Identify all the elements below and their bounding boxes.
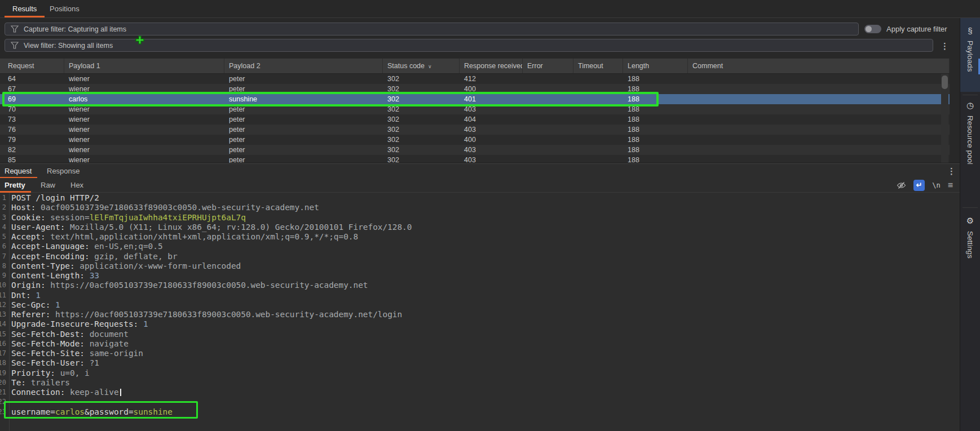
tab-hex[interactable]: Hex — [70, 178, 83, 192]
table-cell — [523, 145, 573, 155]
table-cell: 188 — [623, 74, 688, 84]
table-cell: 188 — [623, 155, 688, 163]
line-endings-icon[interactable]: \n — [932, 181, 940, 189]
sort-direction-icon: ∨ — [428, 64, 432, 69]
request-editor[interactable]: 1POST /login HTTP/22Host: 0acf005103739e… — [0, 193, 960, 431]
table-cell: 73 — [0, 114, 64, 125]
table-scrollbar-thumb[interactable] — [942, 75, 948, 89]
tab-raw[interactable]: Raw — [41, 178, 55, 192]
table-cell — [573, 104, 623, 114]
dock-tab-resource-pool[interactable]: ◷ Resource pool — [960, 92, 980, 207]
request-line: 19Priority: u=0, i — [0, 368, 960, 378]
table-cell: 188 — [623, 145, 688, 155]
table-cell — [688, 114, 950, 125]
column-header-response-received[interactable]: Response received — [460, 59, 523, 73]
table-cell: 401 — [460, 94, 523, 104]
settings-gear-icon: ⚙ — [965, 216, 975, 226]
request-line: 10Origin: https://0acf005103739e7180633f… — [0, 281, 960, 290]
table-cell: carlos — [64, 94, 224, 104]
table-cell — [573, 84, 623, 94]
table-cell: 70 — [0, 104, 64, 114]
table-cell — [523, 114, 573, 125]
editor-menu-kebab-icon[interactable]: ⋮ — [947, 167, 956, 175]
table-cell: 302 — [383, 125, 460, 135]
capture-filter-bar[interactable]: Capture filter: Capturing all items — [5, 23, 859, 35]
table-row[interactable]: 82wienerpeter302403188 — [0, 145, 950, 155]
table-cell — [523, 125, 573, 135]
column-header-status-code[interactable]: Status code∨ — [383, 59, 460, 73]
line-number: 10 — [0, 281, 7, 290]
column-header-error[interactable]: Error — [523, 59, 573, 73]
table-cell: 403 — [460, 155, 523, 163]
tab-positions[interactable]: Positions — [50, 0, 80, 17]
column-header-length[interactable]: Length — [623, 59, 688, 73]
apply-capture-filter-toggle[interactable] — [864, 25, 881, 33]
table-row[interactable]: 70wienerpeter302403188 — [0, 104, 950, 114]
table-cell: peter — [224, 145, 383, 155]
table-row-selected[interactable]: 69carlossunshine302401188 — [0, 94, 950, 104]
table-cell: 403 — [460, 125, 523, 135]
editor-toolbar: ↵ \n ≡ — [897, 178, 953, 193]
line-number: 13 — [0, 310, 7, 319]
table-cell: 403 — [460, 145, 523, 155]
table-row[interactable]: 67wienerpeter302400188 — [0, 84, 950, 94]
request-lines: 1POST /login HTTP/22Host: 0acf005103739e… — [0, 193, 960, 417]
line-number: 9 — [0, 271, 7, 281]
table-cell — [688, 94, 950, 104]
table-cell: 188 — [623, 114, 688, 125]
table-cell: 403 — [460, 104, 523, 114]
text-caret — [120, 389, 121, 396]
editor-options-icon[interactable]: ≡ — [948, 180, 953, 190]
request-line: 8Content-Type: application/x-www-form-ur… — [0, 261, 960, 271]
table-scrollbar[interactable] — [941, 74, 948, 163]
gutter-separator — [9, 193, 10, 431]
tab-request[interactable]: Request — [5, 164, 32, 178]
column-header-comment[interactable]: Comment — [688, 59, 950, 73]
table-cell — [573, 94, 623, 104]
table-cell: peter — [224, 114, 383, 125]
line-number: 16 — [0, 339, 7, 349]
table-cell: 302 — [383, 104, 460, 114]
tab-pretty-label: Pretty — [5, 181, 25, 189]
request-line: 21Connection: keep-alive — [0, 388, 960, 397]
results-table: RequestPayload 1Payload 2Status code∨Res… — [0, 58, 950, 163]
table-cell: wiener — [64, 155, 224, 163]
table-row[interactable]: 79wienerpeter302400188 — [0, 135, 950, 145]
column-header-timeout[interactable]: Timeout — [573, 59, 623, 73]
table-cell: wiener — [64, 145, 224, 155]
tab-results[interactable]: Results — [12, 0, 37, 17]
table-row[interactable]: 85wienerpeter302403188 — [0, 155, 950, 163]
column-header-payload-1[interactable]: Payload 1 — [64, 59, 224, 73]
line-number: 15 — [0, 330, 7, 339]
request-line: 6Accept-Language: en-US,en;q=0.5 — [0, 242, 960, 251]
dock-tab-settings[interactable]: ⚙ Settings — [960, 208, 980, 287]
line-number: 11 — [0, 291, 7, 300]
line-number: 18 — [0, 358, 7, 368]
table-cell: peter — [224, 84, 383, 94]
table-row[interactable]: 64wienerpeter302412188 — [0, 74, 950, 84]
table-row[interactable]: 76wienerpeter302403188 — [0, 125, 950, 135]
dock-tab-payloads[interactable]: § Payloads — [960, 18, 980, 92]
table-cell — [573, 74, 623, 84]
dock-tab-resource-pool-label: Resource pool — [966, 115, 974, 165]
read-only-eye-icon[interactable] — [897, 181, 906, 190]
soft-wrap-toggle-icon[interactable]: ↵ — [913, 180, 925, 191]
table-cell — [573, 114, 623, 125]
column-header-request[interactable]: Request — [0, 59, 64, 73]
column-header-payload-2[interactable]: Payload 2 — [224, 59, 383, 73]
table-cell: 188 — [623, 84, 688, 94]
request-line: 20Te: trailers — [0, 378, 960, 388]
tab-hex-label: Hex — [70, 181, 83, 189]
table-cell: peter — [224, 125, 383, 135]
line-number: 20 — [0, 378, 7, 388]
tab-positions-label: Positions — [50, 5, 80, 13]
request-line: 12Sec-Gpc: 1 — [0, 300, 960, 310]
table-row[interactable]: 73wienerpeter302404188 — [0, 114, 950, 125]
attack-tabstrip: Results Positions — [0, 0, 980, 18]
line-number: 8 — [0, 261, 7, 271]
request-line: 23username=carlos&password=sunshine — [0, 407, 960, 417]
tab-response[interactable]: Response — [47, 164, 80, 178]
view-filter-menu-icon[interactable]: ⋮ — [941, 42, 949, 50]
table-cell: 302 — [383, 84, 460, 94]
tab-pretty[interactable]: Pretty — [5, 178, 25, 192]
